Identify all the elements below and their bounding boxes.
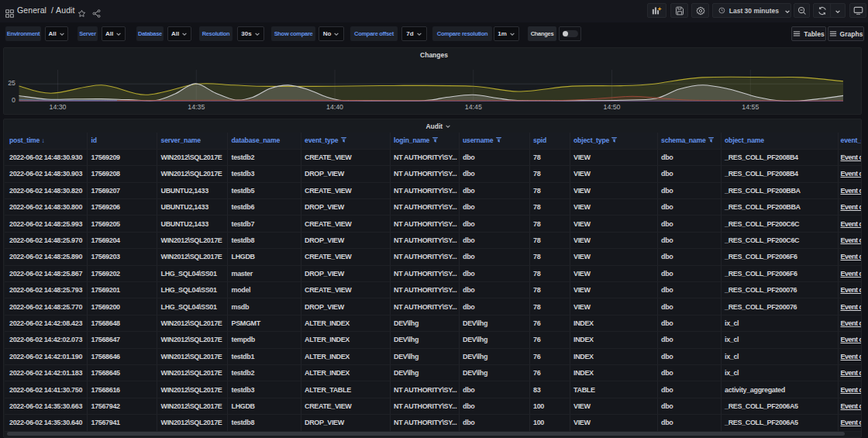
svg-text:25: 25 — [8, 79, 16, 87]
svg-text:0: 0 — [12, 96, 16, 104]
svg-text:14:30: 14:30 — [49, 103, 66, 111]
svg-text:14:55: 14:55 — [742, 103, 759, 111]
svg-text:14:35: 14:35 — [188, 103, 205, 111]
svg-text:14:50: 14:50 — [603, 103, 620, 111]
svg-text:14:45: 14:45 — [465, 103, 482, 111]
svg-text:14:40: 14:40 — [326, 103, 343, 111]
